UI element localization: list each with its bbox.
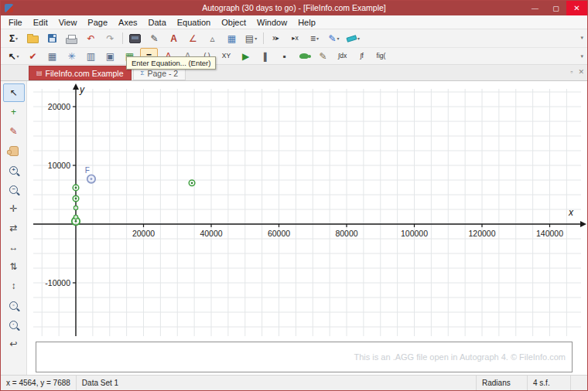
restore-page-icon[interactable]: ▫ xyxy=(570,68,573,76)
menu-help[interactable]: Help xyxy=(292,18,321,27)
menu-axes[interactable]: Axes xyxy=(113,18,142,27)
pause-plot-button[interactable]: ∥ xyxy=(256,48,274,64)
menu-object[interactable]: Object xyxy=(216,18,251,27)
zoom-x-in-tool-button[interactable]: ⇄ xyxy=(3,219,25,237)
minimize-button[interactable]: — xyxy=(525,1,545,15)
fig-function-icon: fig( xyxy=(377,53,386,60)
drag-axes-tool-icon: ✛ xyxy=(9,204,17,213)
toolbar-overflow-icon[interactable]: ▾ xyxy=(580,35,583,41)
text-box-button[interactable]: A xyxy=(165,30,183,46)
menu-bar: FileEditViewPageAxesDataEquationObjectWi… xyxy=(1,15,587,29)
restore-view-tool-icon: ↩ xyxy=(9,339,17,348)
select-tool-button[interactable]: ↖ xyxy=(3,83,25,102)
tab-page-icon: Σ xyxy=(141,70,145,76)
xy-data-set-button[interactable]: XY xyxy=(217,48,235,64)
window-title: Autograph (30 days to go) - [FileInfo.co… xyxy=(1,3,587,12)
zoom-y-in-tool-button[interactable]: ⇅ xyxy=(3,257,25,276)
save-file-button[interactable] xyxy=(43,30,61,46)
zoom-y-in-tool-icon: ⇅ xyxy=(9,262,17,271)
annotate-pen-button[interactable]: ✎ xyxy=(314,48,332,64)
equal-aspect-button[interactable]: ▣ xyxy=(101,48,119,64)
default-scales-icon: ✳ xyxy=(67,52,75,61)
undo-button[interactable]: ↶ xyxy=(82,30,100,46)
slow-plot-button[interactable]: ▶ xyxy=(237,48,255,64)
zoom-centre-tool-icon: · xyxy=(9,321,18,329)
select-tool-icon: ↖ xyxy=(9,88,17,97)
zoom-in-tool-button[interactable]: + xyxy=(3,161,25,179)
annotate-pen-icon: ✎ xyxy=(319,52,326,61)
draw-pen-icon: ✎ xyxy=(328,34,336,43)
edit-keyboard-button[interactable]: ✎ xyxy=(145,30,163,46)
list-options-button[interactable]: ≡▾ xyxy=(306,30,323,46)
calculator-button[interactable]: ▦ xyxy=(223,30,241,46)
close-page-icon[interactable]: ✕ xyxy=(578,68,584,76)
slow-plot-icon: ▶ xyxy=(242,52,249,61)
menu-window[interactable]: Window xyxy=(251,18,292,27)
toolbar-main: ▾ Σ▾↶↷✎A∠▵▦▤▾x▸▸x≡▾✎▾▾ xyxy=(1,29,587,48)
svg-text:y: y xyxy=(79,84,85,95)
whiteboard-mode-button[interactable] xyxy=(126,30,144,46)
menu-file[interactable]: File xyxy=(3,18,28,27)
results-box[interactable]: This is an .AGG file open in Autograph 4… xyxy=(36,342,573,372)
print-button[interactable] xyxy=(63,30,80,46)
point-tool-button[interactable]: + xyxy=(3,103,25,121)
graph-area[interactable]: 20000400006000080000100000120000140000-1… xyxy=(27,81,587,375)
insert-data-right-button[interactable]: ▸x xyxy=(286,30,304,46)
drag-tool-button[interactable] xyxy=(3,141,25,160)
zoom-out-tool-button[interactable]: − xyxy=(3,180,25,199)
tab-1[interactable]: ▤FileInfo.com Example xyxy=(29,66,132,80)
menu-view[interactable]: View xyxy=(53,18,83,27)
window-controls: — ▢ ✕ xyxy=(525,1,587,15)
redo-button[interactable]: ↷ xyxy=(101,30,119,46)
fig-function-button[interactable]: fig( xyxy=(372,48,390,64)
menu-equation[interactable]: Equation xyxy=(172,18,216,27)
marker-tool-button[interactable]: ✎ xyxy=(3,122,25,141)
shape-tool-button[interactable]: ▵ xyxy=(203,30,221,46)
results-box-button[interactable]: ✔ xyxy=(24,48,42,64)
marker-tool-icon: ✎ xyxy=(9,127,17,136)
insert-data-left-button[interactable]: x▸ xyxy=(267,30,285,46)
select-mode-icon: ↖ xyxy=(8,52,15,61)
plot-svg[interactable]: 20000400006000080000100000120000140000-1… xyxy=(27,81,587,379)
save-file-icon xyxy=(48,34,56,42)
svg-text:-10000: -10000 xyxy=(45,278,70,287)
new-page-button[interactable]: Σ▾ xyxy=(5,30,22,46)
drag-axes-tool-button[interactable]: ✛ xyxy=(3,199,25,218)
toolbar-overflow-icon[interactable]: ▾ xyxy=(580,53,583,60)
zoom-y-out-tool-button[interactable]: ↕ xyxy=(3,277,25,295)
maximize-button[interactable]: ▢ xyxy=(545,1,566,15)
angle-tool-button[interactable]: ∠ xyxy=(184,30,202,46)
open-file-button[interactable] xyxy=(24,30,42,46)
zoom-centre-tool-button[interactable]: · xyxy=(3,315,25,334)
edit-axes-button[interactable]: ▦ xyxy=(43,48,61,64)
close-button[interactable]: ✕ xyxy=(566,1,587,15)
menu-page[interactable]: Page xyxy=(82,18,113,27)
zoom-x-in-tool-icon: ⇄ xyxy=(9,223,17,233)
zoom-x-out-tool-icon: ↔ xyxy=(9,243,19,252)
main-area: ↖+✎+−✛⇄↔⇅↕▫·↩ 20000400006000080000100000… xyxy=(1,81,587,375)
toolbar-separator xyxy=(122,32,123,44)
dropdown-caret-icon: ▾ xyxy=(337,36,340,41)
integral-function-icon: ∫f xyxy=(360,53,364,60)
drag-tool-icon xyxy=(9,146,19,156)
menu-edit[interactable]: Edit xyxy=(28,18,53,27)
select-mode-button[interactable]: ↖▾ xyxy=(5,48,22,64)
toolbar-mode: ▾ ↖▾✔▦✳▥▣▦+=ΔΔ(,)XY▶∥▪✎∫dx∫ffig( xyxy=(1,48,587,65)
menu-data[interactable]: Data xyxy=(143,18,172,27)
stop-plot-button[interactable]: ▪ xyxy=(275,48,293,64)
zoom-window-tool-button[interactable]: ▫ xyxy=(3,296,25,314)
app-window: Autograph (30 days to go) - [FileInfo.co… xyxy=(0,0,588,391)
data-points[interactable]: F xyxy=(72,166,195,226)
onscreen-keyboard-button[interactable]: ▤▾ xyxy=(242,30,260,46)
highlighter-button[interactable]: ▾ xyxy=(344,30,362,46)
axes-options-button[interactable]: ▥ xyxy=(82,48,100,64)
default-scales-button[interactable]: ✳ xyxy=(63,48,80,64)
integral-tool-button[interactable]: ∫dx xyxy=(333,48,351,64)
dropdown-caret-icon: ▾ xyxy=(255,36,257,41)
zoom-x-out-tool-button[interactable]: ↔ xyxy=(3,238,25,257)
slow-tortoise-button[interactable] xyxy=(295,48,313,64)
draw-pen-button[interactable]: ✎▾ xyxy=(325,30,343,46)
restore-view-tool-button[interactable]: ↩ xyxy=(3,335,25,353)
tooltip: Enter Equation... (Enter) xyxy=(126,56,216,70)
integral-function-button[interactable]: ∫f xyxy=(353,48,371,64)
